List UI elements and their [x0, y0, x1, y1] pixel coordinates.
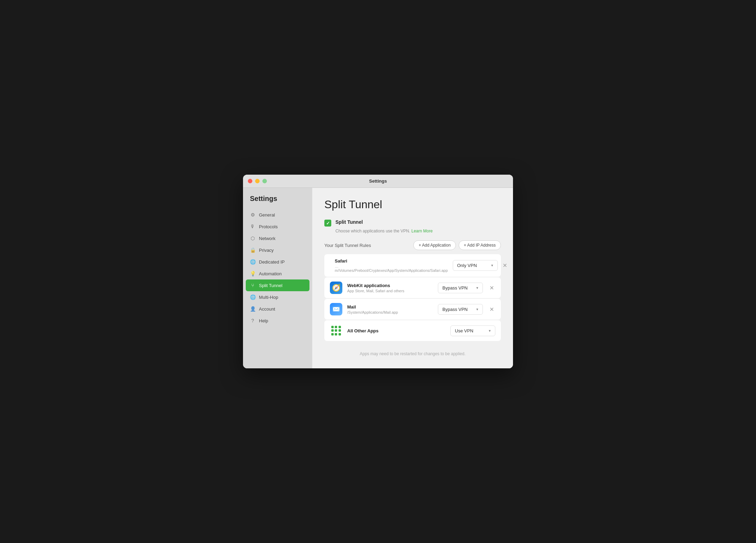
sidebar-label-privacy: Privacy — [259, 248, 274, 253]
vpn-select-safari[interactable]: Only VPN ▾ — [453, 260, 498, 271]
chevron-down-icon: ▾ — [476, 307, 478, 312]
sidebar: Settings ⚙ General 🎙 Protocols ⬡ Network… — [243, 188, 312, 368]
account-icon: 👤 — [250, 306, 255, 312]
help-icon: ? — [250, 318, 255, 323]
app-path-mail: /System/Applications/Mail.app — [347, 310, 433, 314]
split-tunnel-checkbox[interactable] — [324, 220, 331, 227]
table-row: Safari …m/Volumes/Preboot/Cryptexes/App/… — [324, 254, 501, 277]
sidebar-label-automation: Automation — [259, 271, 282, 276]
split-icon: ⑂ — [250, 283, 255, 288]
mail-app-icon — [330, 303, 342, 315]
all-apps-icon — [330, 324, 342, 337]
footer-note: Apps may need to be restarted for change… — [324, 351, 501, 356]
app-info-mail: Mail /System/Applications/Mail.app — [347, 304, 433, 314]
add-ip-button[interactable]: + Add IP Address — [459, 240, 501, 250]
sidebar-title: Settings — [243, 195, 312, 209]
remove-mail-button[interactable]: ✕ — [488, 305, 495, 313]
sidebar-label-general: General — [259, 212, 275, 218]
toggle-text: Split Tunnel — [335, 219, 363, 225]
settings-window: Settings Settings ⚙ General 🎙 Protocols … — [243, 175, 513, 368]
remove-safari-button[interactable]: ✕ — [503, 262, 507, 269]
page-title: Split Tunnel — [324, 198, 501, 211]
sidebar-label-help: Help — [259, 318, 268, 323]
remove-webkit-button[interactable]: ✕ — [488, 284, 495, 292]
app-name-all-other: All Other Apps — [347, 328, 446, 333]
network-icon: ⬡ — [250, 236, 255, 241]
sidebar-item-dedicated-ip[interactable]: 🌐 Dedicated IP — [243, 256, 312, 268]
sidebar-item-help[interactable]: ? Help — [243, 315, 312, 326]
app-info-safari: Safari …m/Volumes/Preboot/Cryptexes/App/… — [335, 258, 448, 273]
window-content: Settings ⚙ General 🎙 Protocols ⬡ Network… — [243, 188, 513, 368]
vpn-select-mail[interactable]: Bypass VPN ▾ — [438, 304, 483, 315]
chevron-down-icon: ▾ — [491, 263, 493, 268]
sidebar-item-network[interactable]: ⬡ Network — [243, 232, 312, 244]
titlebar: Settings — [243, 175, 513, 188]
chevron-down-icon: ▾ — [476, 286, 478, 290]
split-tunnel-toggle-row: Split Tunnel — [324, 219, 501, 227]
sidebar-item-privacy[interactable]: 🔒 Privacy — [243, 244, 312, 256]
app-name-safari: Safari — [335, 258, 448, 264]
multi-hop-icon: 🌐 — [250, 294, 255, 300]
sidebar-item-multi-hop[interactable]: 🌐 Multi-Hop — [243, 291, 312, 303]
vpn-select-all-other[interactable]: Use VPN ▾ — [450, 325, 495, 336]
table-row: Mail /System/Applications/Mail.app Bypas… — [324, 299, 501, 320]
globe-icon: 🌐 — [250, 259, 255, 265]
toggle-description: Choose which applications use the VPN. L… — [324, 229, 501, 233]
sidebar-label-dedicated: Dedicated IP — [259, 259, 285, 265]
sidebar-item-split-tunnel[interactable]: ⑂ Split Tunnel — [246, 279, 309, 291]
app-path-webkit: App Store, Mail, Safari and others — [347, 289, 433, 293]
window-controls — [248, 179, 267, 183]
gear-icon: ⚙ — [250, 212, 255, 218]
sidebar-item-general[interactable]: ⚙ General — [243, 209, 312, 221]
chevron-down-icon: ▾ — [489, 329, 491, 333]
vpn-select-webkit[interactable]: Bypass VPN ▾ — [438, 283, 483, 293]
rules-title: Your Split Tunnel Rules — [324, 243, 371, 248]
learn-more-link[interactable]: Learn More — [411, 229, 432, 233]
sidebar-label-multi-hop: Multi-Hop — [259, 295, 278, 300]
table-row: All Other Apps Use VPN ▾ — [324, 320, 501, 341]
sidebar-label-split-tunnel: Split Tunnel — [259, 283, 282, 288]
sidebar-item-protocols[interactable]: 🎙 Protocols — [243, 221, 312, 232]
app-info-all-other: All Other Apps — [347, 328, 446, 333]
header-buttons: + Add Application + Add IP Address — [413, 240, 501, 250]
app-path-safari: …m/Volumes/Preboot/Cryptexes/App/System/… — [335, 264, 448, 273]
rules-list: Safari …m/Volumes/Preboot/Cryptexes/App/… — [324, 254, 501, 341]
sidebar-item-automation[interactable]: 💡 Automation — [243, 268, 312, 279]
bulb-icon: 💡 — [250, 271, 255, 276]
sidebar-label-protocols: Protocols — [259, 224, 278, 229]
sidebar-label-network: Network — [259, 236, 276, 241]
minimize-button[interactable] — [255, 179, 260, 183]
maximize-button[interactable] — [262, 179, 267, 183]
webkit-app-icon — [330, 282, 342, 294]
app-name-webkit: WebKit applications — [347, 283, 433, 288]
window-title: Settings — [369, 178, 387, 184]
app-info-webkit: WebKit applications App Store, Mail, Saf… — [347, 283, 433, 293]
add-application-button[interactable]: + Add Application — [413, 240, 456, 250]
table-row: WebKit applications App Store, Mail, Saf… — [324, 277, 501, 298]
close-button[interactable] — [248, 179, 252, 183]
sidebar-label-account: Account — [259, 306, 275, 312]
sidebar-item-account[interactable]: 👤 Account — [243, 303, 312, 315]
main-content: Split Tunnel Split Tunnel Choose which a… — [312, 188, 513, 368]
app-name-mail: Mail — [347, 304, 433, 310]
toggle-label: Split Tunnel — [335, 219, 363, 225]
microphone-icon: 🎙 — [250, 224, 255, 229]
lock-icon: 🔒 — [250, 247, 255, 253]
rules-header: Your Split Tunnel Rules + Add Applicatio… — [324, 240, 501, 250]
